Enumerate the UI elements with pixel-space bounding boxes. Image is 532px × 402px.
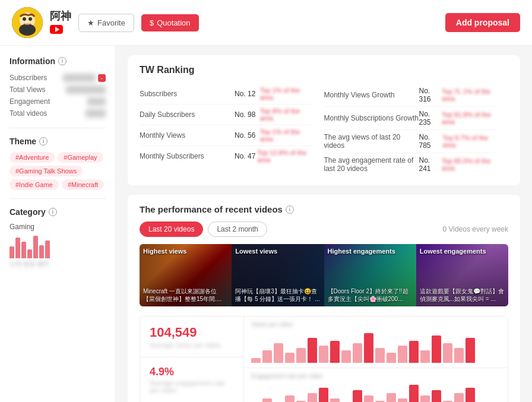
- bar-6: [39, 245, 44, 258]
- category-bar-chart: [10, 235, 106, 258]
- bar-5: [33, 236, 38, 258]
- filter-left: Last 20 videos Last 2 month: [140, 221, 267, 237]
- views-chart-panel: Views per video: [244, 316, 508, 368]
- theme-help-icon[interactable]: i: [39, 137, 48, 145]
- video-title-4: 這款遊戲要【跟女鬼💬對話】會偵測麥克風...如果我尖叫 = ...: [420, 287, 505, 303]
- ranking-left: Subscribers No. 12 Top 1% of the area Da…: [140, 84, 324, 176]
- engagement-bar-12: [387, 393, 396, 402]
- ranking-row-avg-views: The avg views of last 20 videos No. 785 …: [324, 130, 497, 153]
- views-bar-7: [330, 341, 340, 363]
- views-bar-5: [308, 338, 317, 363]
- performance-title: The performance of recent videos i: [140, 204, 508, 214]
- star-icon: ★: [87, 18, 94, 27]
- avatar-image: [12, 7, 43, 38]
- views-bar-14: [409, 341, 419, 363]
- engagement-bar-1: [262, 398, 272, 402]
- ranking-row-monthly-subscribers: Monthly Subscribers No. 47 Top 12.8% of …: [140, 146, 312, 166]
- video-category-2: Lowest views: [235, 248, 320, 255]
- filter-tabs: Last 20 videos Last 2 month 0 Videos eve…: [140, 221, 508, 237]
- engagement-bar-18: [454, 393, 464, 402]
- views-bar-13: [398, 346, 407, 363]
- information-section-title: Information i: [10, 56, 106, 66]
- views-bar-2: [274, 343, 283, 363]
- views-bar-15: [420, 350, 430, 363]
- engagement-bar-14: [409, 385, 419, 402]
- subscribers-row: Subscribers 1,234,567 -: [10, 72, 106, 84]
- video-title-2: 阿神玩【崩壞3】最狂抽卡😆查播【每 5 分鐘】送一張月卡！ ...: [235, 287, 320, 303]
- bar-3: [21, 242, 26, 258]
- avg-views-num: 104,549: [150, 325, 234, 340]
- tags-container: #Adventure #Gameplay #Gaming Talk Shows …: [10, 152, 106, 190]
- ranking-row-daily-subscribers: Daily Subscribers No. 98 Top 8% of the a…: [140, 105, 312, 125]
- engagement-bar-10: [364, 395, 373, 402]
- category-section: Category i Gaming 台灣香港澳門: [10, 207, 106, 268]
- information-help-icon[interactable]: i: [58, 57, 66, 65]
- video-thumb-lowest-engagements[interactable]: Lowest engagements 這款遊戲要【跟女鬼💬對話】會偵測麥克風..…: [416, 244, 508, 306]
- ranking-title: TW Ranking: [140, 65, 508, 75]
- quotation-button[interactable]: $ Quotation: [141, 14, 199, 31]
- category-help-icon[interactable]: i: [49, 208, 57, 216]
- video-category-4: Lowest engagements: [420, 248, 505, 255]
- tab-last20-button[interactable]: Last 20 videos: [140, 221, 203, 237]
- tag-indie-game[interactable]: #Indie Game: [10, 179, 59, 190]
- video-overlay-4: Lowest engagements 這款遊戲要【跟女鬼💬對話】會偵測麥克風..…: [416, 244, 508, 306]
- header-left: 阿神 ★ Favorite $ Quotation: [12, 7, 199, 38]
- bar-4: [27, 249, 32, 258]
- add-proposal-button[interactable]: Add proposal: [445, 13, 520, 32]
- views-bar-0: [251, 358, 261, 363]
- dollar-icon: $: [150, 18, 154, 27]
- main-layout: Information i Subscribers 1,234,567 - To…: [0, 46, 532, 402]
- divider-2: [10, 198, 106, 199]
- ranking-row-avg-engagement: The avg engagement rate of last 20 video…: [324, 153, 497, 176]
- engagement-bar-5: [308, 393, 317, 402]
- favorite-button[interactable]: ★ Favorite: [78, 14, 134, 32]
- ranking-row-monthly-views: Monthly Views No. 56 Top 1% of the area: [140, 125, 312, 146]
- performance-card: The performance of recent videos i Last …: [128, 195, 520, 402]
- engagement-bar-16: [432, 390, 441, 402]
- views-bar-4: [296, 348, 306, 363]
- views-bar-chart: [251, 330, 501, 363]
- video-overlay-1: Highest views Minecraft 一直以來謝謝各位【當個創世神】整…: [140, 244, 232, 306]
- engagement-bar-15: [420, 395, 430, 402]
- stats-bottom: 104,549 Average views per video 4.9% Ave…: [140, 316, 508, 402]
- views-bar-6: [319, 346, 328, 363]
- category-axis-labels: 台灣香港澳門: [10, 260, 106, 268]
- views-bar-9: [353, 343, 362, 363]
- video-thumb-highest-engagements[interactable]: Highest engagements 【Doors Floor 2】終於來了!…: [324, 244, 416, 306]
- video-overlay-2: Lowest views 阿神玩【崩壞3】最狂抽卡😆查播【每 5 分鐘】送一張月…: [232, 244, 324, 306]
- ranking-row-monthly-views-growth: Monthly Views Growth No. 316 Top 7L 1% o…: [324, 84, 497, 107]
- divider-1: [10, 128, 106, 128]
- tab-last2month-button[interactable]: Last 2 month: [208, 221, 267, 237]
- views-bar-10: [364, 333, 373, 363]
- tag-gameplay[interactable]: #Gameplay: [58, 152, 103, 163]
- svg-point-4: [28, 17, 32, 21]
- tag-gaming-talk-shows[interactable]: #Gaming Talk Shows: [10, 166, 83, 176]
- engagement-bar-6: [319, 388, 328, 402]
- views-bar-17: [443, 343, 452, 363]
- tag-minecraft[interactable]: #Minecraft: [62, 179, 104, 190]
- performance-help-icon[interactable]: i: [286, 205, 294, 214]
- subscribers-badge: -: [98, 74, 106, 82]
- subscribers-value: 1,234,567 -: [63, 74, 106, 82]
- total-videos-row: Total videos 1,234: [10, 107, 106, 119]
- channel-name: 阿神: [50, 9, 71, 23]
- ranking-grid: Subscribers No. 12 Top 1% of the area Da…: [140, 84, 508, 176]
- svg-point-3: [23, 17, 26, 21]
- views-bar-11: [375, 348, 385, 363]
- engagement-bar-3: [285, 395, 294, 402]
- ranking-row-subscribers: Subscribers No. 12 Top 1% of the area: [140, 84, 312, 105]
- views-chart-label: Views per video: [251, 321, 501, 328]
- right-charts: Views per video Engagement rate per vide…: [244, 316, 508, 402]
- video-thumb-lowest-views[interactable]: Lowest views 阿神玩【崩壞3】最狂抽卡😆查播【每 5 分鐘】送一張月…: [232, 244, 324, 306]
- theme-section-title: Theme i: [10, 137, 106, 146]
- views-bar-19: [466, 338, 475, 363]
- engagement-chart-panel: Engagement rate per video: [244, 368, 508, 402]
- video-thumb-highest-views[interactable]: Highest views Minecraft 一直以來謝謝各位【當個創世神】整…: [140, 244, 232, 306]
- avg-engagement-label: Average engagement rate per video: [150, 379, 234, 394]
- tag-adventure[interactable]: #Adventure: [10, 152, 55, 163]
- avg-engagement-num: 4.9%: [150, 366, 234, 378]
- stat-box-engagement: 4.9% Average engagement rate per video: [140, 357, 243, 402]
- stat-box-views: 104,549 Average views per video: [140, 316, 243, 357]
- category-section-title: Category i: [10, 207, 106, 217]
- avg-views-label: Average views per video: [150, 341, 234, 349]
